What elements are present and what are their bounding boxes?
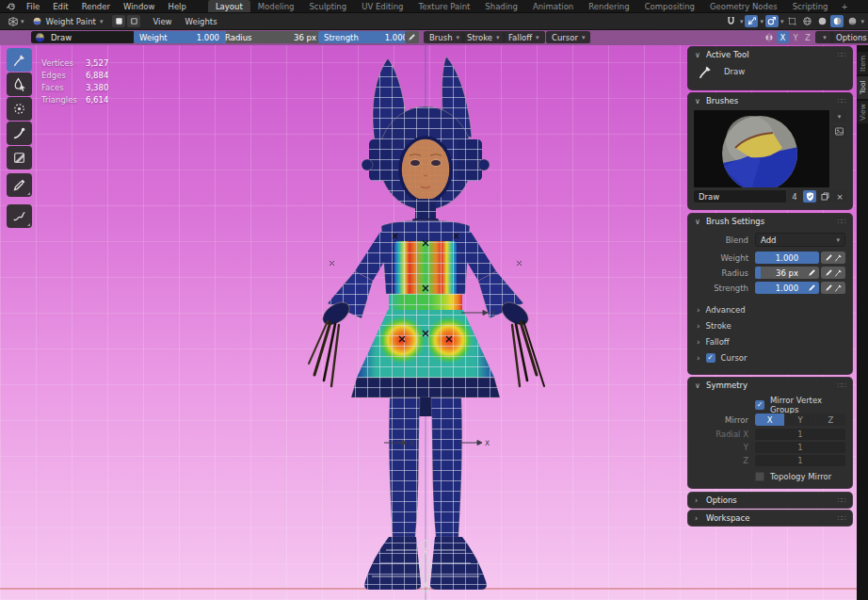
shield-icon[interactable] <box>803 190 816 203</box>
options-panel-header[interactable]: › Options ∷∷ <box>688 493 852 508</box>
sidebar-tab-tool[interactable]: Tool <box>857 76 868 99</box>
solid-shading-icon[interactable] <box>815 15 828 27</box>
brush-toggle-icons[interactable] <box>821 282 845 294</box>
brush-name-field[interactable]: Draw <box>694 190 786 203</box>
workspace-tab-modeling[interactable]: Modeling <box>250 0 302 12</box>
grip-icon[interactable]: ∷∷ <box>838 97 845 105</box>
tool-sample-weight-button[interactable] <box>7 173 32 197</box>
symmetry-z-toggle[interactable]: Z <box>816 414 845 426</box>
mirror-vertex-groups-checkbox[interactable]: ✓ <box>755 400 764 410</box>
stylus-pressure-icon[interactable] <box>808 284 816 292</box>
menu-file[interactable]: File <box>20 0 46 12</box>
radial-z-value[interactable]: 1 <box>755 455 845 466</box>
grip-icon[interactable]: ∷∷ <box>838 514 845 523</box>
menu-window[interactable]: Window <box>117 0 162 12</box>
mode-selector[interactable]: Weight Paint▾ <box>28 14 107 28</box>
gizmo-icon[interactable] <box>785 15 798 27</box>
menu-view[interactable]: View <box>146 15 178 27</box>
vertex-mask-toggle[interactable] <box>112 15 125 27</box>
shading-dropdown[interactable]: ▾ <box>860 18 864 25</box>
advanced-subpanel[interactable]: ›Advanced <box>688 301 852 317</box>
symmetry-y-toggle[interactable]: Y <box>785 414 814 426</box>
weight-slider[interactable]: 1.000 <box>755 251 819 264</box>
blender-logo-icon[interactable] <box>0 1 20 11</box>
menu-edit[interactable]: Edit <box>46 0 74 12</box>
active-brush-button[interactable]: Draw <box>31 31 135 43</box>
tool-blur-button[interactable] <box>7 73 32 96</box>
brush-user-count[interactable]: 4 <box>788 190 801 203</box>
face-mask-toggle[interactable] <box>127 15 140 27</box>
cursor-checkbox[interactable]: ✓ <box>706 353 715 363</box>
grip-icon[interactable]: ∷∷ <box>838 496 845 505</box>
radius-slider[interactable]: Radius36 px <box>219 31 331 43</box>
mirror-y-toggle[interactable]: Y <box>790 31 801 43</box>
weight-slider[interactable]: Weight1.000 <box>134 31 225 43</box>
snap-target-dropdown[interactable]: ▾ <box>760 18 764 25</box>
snap-magnet-icon[interactable] <box>725 15 738 27</box>
sidebar-tab-item[interactable]: Item <box>857 52 868 74</box>
sidebar-tab-view[interactable]: View <box>857 101 868 123</box>
menu-help[interactable]: Help <box>161 0 192 12</box>
workspace-tab-uv-editing[interactable]: UV Editing <box>354 0 410 12</box>
cursor-subpanel[interactable]: ›✓Cursor <box>688 349 852 365</box>
strength-pressure-icon[interactable] <box>405 31 419 43</box>
rendered-shading-icon[interactable] <box>845 15 859 27</box>
add-workspace-button[interactable]: + <box>835 2 853 11</box>
mirror-x-toggle[interactable]: X <box>777 31 789 43</box>
options-popover[interactable]: Options▾ <box>830 31 868 43</box>
menu-render[interactable]: Render <box>75 0 117 12</box>
brush-toggle-icons[interactable] <box>821 251 845 264</box>
wireframe-shading-icon[interactable] <box>800 15 813 27</box>
stroke-subpanel[interactable]: ›Stroke <box>688 317 852 333</box>
transform-orientation-icon[interactable] <box>765 15 779 27</box>
brush-select-dropdown[interactable]: ▾ <box>832 110 846 122</box>
editor-type-selector[interactable]: ▾ <box>4 14 28 28</box>
brush-toggle-icons[interactable] <box>821 267 845 279</box>
orientation-dropdown[interactable]: ▾ <box>780 18 784 25</box>
brush-popover[interactable]: Brush▾ <box>424 31 465 43</box>
mirror-z-toggle[interactable]: Z <box>802 31 813 43</box>
copy-icon[interactable] <box>818 190 831 203</box>
snap-target-icon[interactable] <box>745 15 758 27</box>
workspace-tab-shading[interactable]: Shading <box>477 0 525 12</box>
workspace-tab-scripting[interactable]: Scripting <box>785 0 836 12</box>
menu-weights[interactable]: Weights <box>179 15 224 27</box>
grip-icon[interactable]: ∷∷ <box>838 51 845 59</box>
workspace-tab-geometry-nodes[interactable]: Geometry Nodes <box>702 0 785 12</box>
symmetry-panel-header[interactable]: ∨ Symmetry ∷∷ <box>688 378 852 393</box>
strength-slider[interactable]: 1.000 <box>755 282 819 294</box>
workspace-tab-animation[interactable]: Animation <box>525 0 581 12</box>
tool-gradient-button[interactable] <box>7 146 32 170</box>
falloff-popover[interactable]: Falloff▾ <box>503 31 545 43</box>
symmetry-x-toggle[interactable]: X <box>755 414 784 426</box>
workspace-panel-header[interactable]: › Workspace ∷∷ <box>688 511 852 526</box>
grip-icon[interactable]: ∷∷ <box>838 381 845 390</box>
tool-average-button[interactable] <box>7 97 32 121</box>
blend-dropdown[interactable]: Add▾ <box>755 233 845 247</box>
radius-slider[interactable]: 36 px <box>755 267 819 279</box>
stylus-pressure-icon[interactable] <box>808 268 816 277</box>
active-tool-panel-header[interactable]: ∨ Active Tool ∷∷ <box>688 47 852 62</box>
stroke-popover[interactable]: Stroke▾ <box>461 31 506 43</box>
material-shading-icon[interactable] <box>830 15 844 27</box>
tool-smear-button[interactable] <box>7 122 32 145</box>
snap-dropdown[interactable]: ▾ <box>740 18 744 25</box>
grip-icon[interactable]: ∷∷ <box>838 218 845 226</box>
close-icon[interactable]: × <box>833 190 846 203</box>
workspace-tab-compositing[interactable]: Compositing <box>637 0 702 12</box>
brush-preview[interactable] <box>694 110 829 187</box>
radial-x-value[interactable]: 1 <box>755 429 845 440</box>
workspace-tab-texture-paint[interactable]: Texture Paint <box>411 0 478 12</box>
brush-settings-panel-header[interactable]: ∨ Brush Settings ∷∷ <box>688 214 852 229</box>
workspace-tab-rendering[interactable]: Rendering <box>581 0 636 12</box>
cursor-popover[interactable]: Cursor▾ <box>546 31 590 43</box>
workspace-tab-layout[interactable]: Layout <box>208 0 250 12</box>
image-icon[interactable] <box>832 125 846 138</box>
strength-slider[interactable]: Strength1.000 <box>318 31 413 43</box>
tool-annotate-button[interactable] <box>7 204 32 228</box>
tool-draw-button[interactable] <box>7 48 32 72</box>
viewport-3d[interactable]: X X X Vertices3,527 Edges6,884 Faces3,38… <box>0 45 868 600</box>
radial-y-value[interactable]: 1 <box>755 442 845 453</box>
topology-mirror-checkbox[interactable] <box>755 472 764 481</box>
workspace-tab-sculpting[interactable]: Sculpting <box>301 0 354 12</box>
